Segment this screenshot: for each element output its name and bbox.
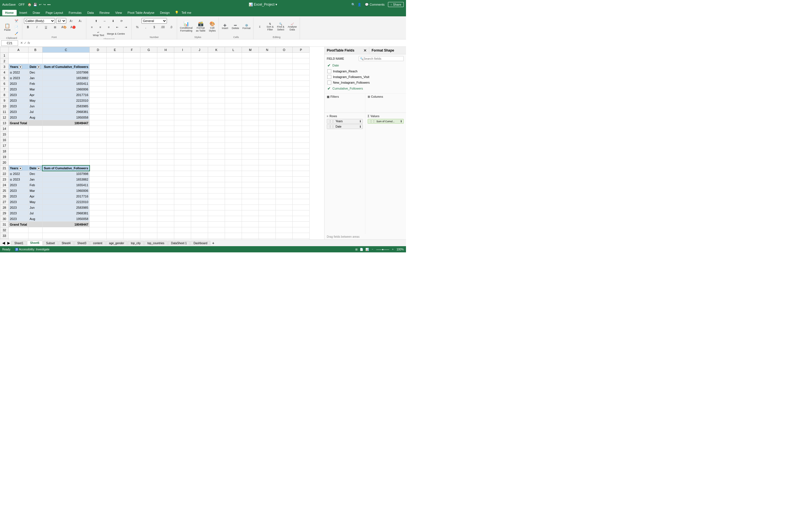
row-header-11[interactable]: 11 xyxy=(0,109,9,115)
tab-draw[interactable]: Draw xyxy=(30,10,43,15)
cell-L23[interactable] xyxy=(225,177,242,182)
currency-button[interactable]: $ xyxy=(150,24,158,30)
cell-M8[interactable] xyxy=(242,92,259,98)
cell-G31[interactable] xyxy=(140,222,157,227)
cell-K20[interactable] xyxy=(208,160,225,165)
cell-H15[interactable] xyxy=(157,131,174,137)
cell-O24[interactable] xyxy=(276,182,293,188)
cell-E20[interactable] xyxy=(107,160,123,165)
cell-F18[interactable] xyxy=(123,149,140,154)
row-header-6[interactable]: 6 xyxy=(0,81,9,87)
cell-N27[interactable] xyxy=(259,199,276,205)
pivot1-year-12[interactable]: 2023 xyxy=(9,115,29,120)
cell-N26[interactable] xyxy=(259,193,276,199)
cell-H18[interactable] xyxy=(157,149,174,154)
cell-D28[interactable] xyxy=(90,205,107,210)
cell-A34[interactable] xyxy=(9,238,29,240)
cell-D29[interactable] xyxy=(90,210,107,216)
row-header-30[interactable]: 30 xyxy=(0,216,9,222)
cell-D25[interactable] xyxy=(90,188,107,193)
italic-button[interactable]: I xyxy=(33,24,41,30)
cell-J13[interactable] xyxy=(191,120,208,126)
field-label-new-instagram-followers[interactable]: New_Instagram_Followers xyxy=(333,81,370,84)
cell-H19[interactable] xyxy=(157,154,174,160)
cell-O22[interactable] xyxy=(276,171,293,177)
user-icon[interactable]: 👤 xyxy=(357,3,361,6)
cell-G7[interactable] xyxy=(140,87,157,92)
cell-G28[interactable] xyxy=(140,205,157,210)
field-label-instagram-reach[interactable]: Instagram_Reach xyxy=(333,69,357,73)
cell-H25[interactable] xyxy=(157,188,174,193)
cell-E25[interactable] xyxy=(107,188,123,193)
pivot1-year-7[interactable]: 2023 xyxy=(9,87,29,92)
cell-P20[interactable] xyxy=(293,160,310,165)
cell-L33[interactable] xyxy=(225,233,242,238)
cell-P29[interactable] xyxy=(293,210,310,216)
cell-I12[interactable] xyxy=(174,115,191,120)
cell-L4[interactable] xyxy=(225,69,242,75)
pivot2-value-24[interactable]: 1655411 xyxy=(42,182,89,188)
cell-O8[interactable] xyxy=(276,92,293,98)
cell-A20[interactable] xyxy=(9,160,29,165)
pivot1-years-header[interactable]: Years ▾ xyxy=(9,64,29,69)
pivot1-value-4[interactable]: 1037998 xyxy=(42,69,89,75)
cell-O6[interactable] xyxy=(276,81,293,87)
col-header-J[interactable]: J xyxy=(191,47,208,53)
cell-D12[interactable] xyxy=(90,115,107,120)
pivot1-value-8[interactable]: 2017716 xyxy=(42,92,89,98)
cell-L11[interactable] xyxy=(225,109,242,115)
cell-I30[interactable] xyxy=(174,216,191,222)
cell-P1[interactable] xyxy=(293,53,310,58)
cell-G6[interactable] xyxy=(140,81,157,87)
col-header-N[interactable]: N xyxy=(259,47,276,53)
rows-chip-date-info-icon[interactable]: ℹ xyxy=(360,125,361,128)
cell-D23[interactable] xyxy=(90,177,107,182)
cell-F29[interactable] xyxy=(123,210,140,216)
field-label-date[interactable]: Date xyxy=(333,64,339,67)
sheet-tab-top-city[interactable]: top_city xyxy=(128,241,144,245)
cell-A1[interactable] xyxy=(9,53,29,58)
cell-K31[interactable] xyxy=(208,222,225,227)
cell-I4[interactable] xyxy=(174,69,191,75)
cell-G10[interactable] xyxy=(140,103,157,109)
new-instagram-followers-checkbox[interactable] xyxy=(327,80,331,84)
cell-E30[interactable] xyxy=(107,216,123,222)
cell-G22[interactable] xyxy=(140,171,157,177)
cell-O14[interactable] xyxy=(276,126,293,131)
cell-N30[interactable] xyxy=(259,216,276,222)
cell-J11[interactable] xyxy=(191,109,208,115)
cell-G5[interactable] xyxy=(140,75,157,81)
cell-K18[interactable] xyxy=(208,149,225,154)
cell-D30[interactable] xyxy=(90,216,107,222)
pivot2-date-24[interactable]: Feb xyxy=(28,182,42,188)
cell-M3[interactable] xyxy=(242,64,259,69)
cell-G33[interactable] xyxy=(140,233,157,238)
cell-F28[interactable] xyxy=(123,205,140,210)
cell-M20[interactable] xyxy=(242,160,259,165)
cell-M5[interactable] xyxy=(242,75,259,81)
increase-decimal-button[interactable]: .00 xyxy=(159,24,167,30)
cell-O7[interactable] xyxy=(276,87,293,92)
cell-D20[interactable] xyxy=(90,160,107,165)
cell-I5[interactable] xyxy=(174,75,191,81)
cell-I6[interactable] xyxy=(174,81,191,87)
cell-M34[interactable] xyxy=(242,238,259,240)
col-header-H[interactable]: H xyxy=(157,47,174,53)
cell-F2[interactable] xyxy=(123,58,140,64)
cell-N19[interactable] xyxy=(259,154,276,160)
cell-E16[interactable] xyxy=(107,137,123,143)
pivot1-date-7[interactable]: Mar xyxy=(28,87,42,92)
cell-F20[interactable] xyxy=(123,160,140,165)
cell-G15[interactable] xyxy=(140,131,157,137)
cell-O5[interactable] xyxy=(276,75,293,81)
cell-K23[interactable] xyxy=(208,177,225,182)
file-dropdown-icon[interactable]: ▾ xyxy=(275,3,277,6)
cell-L18[interactable] xyxy=(225,149,242,154)
pivot2-year-25[interactable]: 2023 xyxy=(9,188,29,193)
cell-I29[interactable] xyxy=(174,210,191,216)
cell-L13[interactable] xyxy=(225,120,242,126)
scroll-left-tab-button[interactable]: ◀ xyxy=(1,241,6,245)
cell-J9[interactable] xyxy=(191,98,208,103)
cell-D7[interactable] xyxy=(90,87,107,92)
cell-A16[interactable] xyxy=(9,137,29,143)
